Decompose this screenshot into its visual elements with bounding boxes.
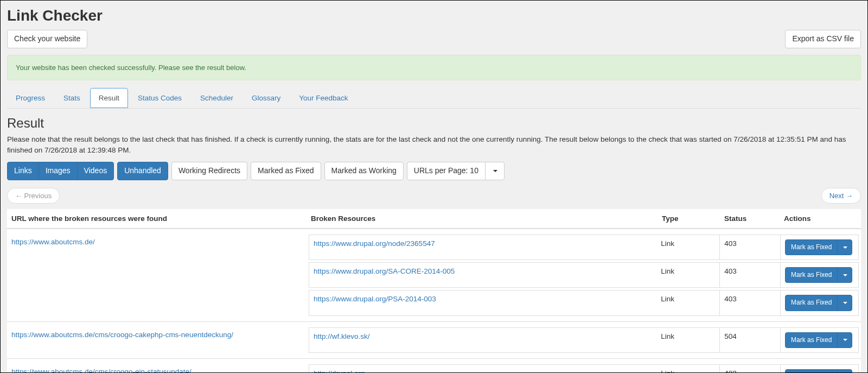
result-description: Please note that the result belongs to t…: [7, 134, 861, 155]
filter-toolbar: Links Images Videos Unhandled Working Re…: [7, 162, 861, 180]
result-heading: Result: [7, 116, 861, 131]
col-actions: Actions: [780, 209, 861, 229]
chevron-down-icon: [843, 339, 847, 341]
resource-type: Link: [656, 364, 720, 373]
resource-status: 403: [720, 262, 781, 288]
broken-url-link[interactable]: https://www.drupal.org/PSA-2014-003: [314, 295, 436, 303]
urls-per-page-dropdown[interactable]: [485, 162, 505, 180]
broken-resource-row: https://www.drupal.org/node/2365547Link4…: [309, 235, 859, 260]
mark-as-fixed-dropdown[interactable]: [837, 239, 852, 255]
broken-resource-row: https://www.drupal.org/SA-CORE-2014-005L…: [309, 262, 859, 288]
broken-url-link[interactable]: https://www.drupal.org/node/2365547: [314, 239, 435, 248]
filter-links-button[interactable]: Links: [7, 162, 39, 180]
tab-stats[interactable]: Stats: [55, 88, 89, 108]
export-csv-button[interactable]: Export as CSV file: [785, 30, 861, 48]
table-row: https://www.aboutcms.de/cms/croogo-cakep…: [7, 321, 861, 358]
col-source: URL where the broken resources were foun…: [7, 209, 307, 229]
mark-as-fixed-button[interactable]: Mark as Fixed: [785, 295, 838, 311]
broken-url-link[interactable]: https://www.drupal.org/SA-CORE-2014-005: [314, 267, 455, 275]
resource-type: Link: [656, 327, 720, 353]
previous-page-button: ← Previous: [7, 188, 60, 204]
mark-as-fixed-button[interactable]: Mark as Fixed: [785, 369, 838, 373]
source-url-link[interactable]: https://www.aboutcms.de/: [11, 238, 95, 246]
chevron-down-icon: [843, 246, 847, 249]
broken-url-link[interactable]: http://wf.klevo.sk/: [314, 332, 370, 340]
mark-as-fixed-button[interactable]: Mark as Fixed: [785, 239, 838, 255]
chevron-down-icon: [843, 302, 847, 304]
filter-working-redirects-button[interactable]: Working Redirects: [171, 162, 247, 180]
mark-as-fixed-button[interactable]: Mark as Fixed: [785, 332, 838, 348]
broken-resource-row: https://www.drupal.org/PSA-2014-003Link4…: [309, 290, 859, 315]
filter-images-button[interactable]: Images: [39, 162, 78, 180]
tab-status-codes[interactable]: Status Codes: [129, 88, 190, 108]
mark-as-fixed-button[interactable]: Mark as Fixed: [785, 267, 838, 283]
tab-scheduler[interactable]: Scheduler: [192, 88, 242, 108]
source-url-link[interactable]: https://www.aboutcms.de/cms/croogo-ein-s…: [11, 368, 192, 373]
check-website-button[interactable]: Check your website: [7, 30, 87, 48]
filter-marked-working-button[interactable]: Marked as Working: [324, 162, 404, 180]
chevron-down-icon: [843, 274, 847, 276]
col-type: Type: [658, 209, 720, 229]
broken-resource-row: http://drupal.orgLink403Mark as Fixed: [309, 364, 859, 373]
resource-status: 403: [720, 364, 781, 373]
resource-status: 403: [720, 290, 781, 315]
resource-type: Link: [656, 262, 720, 288]
source-url-link[interactable]: https://www.aboutcms.de/cms/croogo-cakep…: [11, 331, 233, 339]
main-tabs: Progress Stats Result Status Codes Sched…: [7, 88, 861, 109]
tab-glossary[interactable]: Glossary: [243, 88, 289, 108]
resource-status: 403: [720, 235, 781, 260]
broken-resource-row: http://wf.klevo.sk/Link504Mark as Fixed: [309, 327, 859, 353]
mark-as-fixed-dropdown[interactable]: [837, 295, 852, 311]
mark-as-fixed-dropdown[interactable]: [837, 267, 852, 283]
tab-feedback[interactable]: Your Feedback: [290, 88, 356, 108]
resource-type: Link: [656, 235, 720, 260]
mark-as-fixed-dropdown[interactable]: [837, 369, 852, 373]
col-broken: Broken Resources: [307, 209, 658, 229]
urls-per-page-button[interactable]: URLs per Page: 10: [407, 162, 486, 180]
filter-marked-fixed-button[interactable]: Marked as Fixed: [251, 162, 321, 180]
table-row: https://www.aboutcms.de/cms/croogo-ein-s…: [7, 358, 861, 373]
page-title: Link Checker: [7, 7, 861, 24]
col-status: Status: [720, 209, 780, 229]
mark-as-fixed-dropdown[interactable]: [837, 332, 852, 348]
filter-videos-button[interactable]: Videos: [77, 162, 114, 180]
results-table: URL where the broken resources were foun…: [7, 209, 861, 373]
success-alert: Your website has been checked successful…: [7, 55, 861, 80]
table-row: https://www.aboutcms.de/https://www.drup…: [7, 229, 861, 321]
resource-type: Link: [656, 290, 720, 315]
broken-url-link[interactable]: http://drupal.org: [314, 369, 365, 373]
filter-unhandled-button[interactable]: Unhandled: [117, 162, 168, 180]
chevron-down-icon: [493, 170, 497, 172]
tab-progress[interactable]: Progress: [7, 88, 54, 108]
next-page-button[interactable]: Next →: [821, 188, 861, 204]
tab-result[interactable]: Result: [90, 88, 128, 108]
resource-status: 504: [720, 327, 781, 353]
